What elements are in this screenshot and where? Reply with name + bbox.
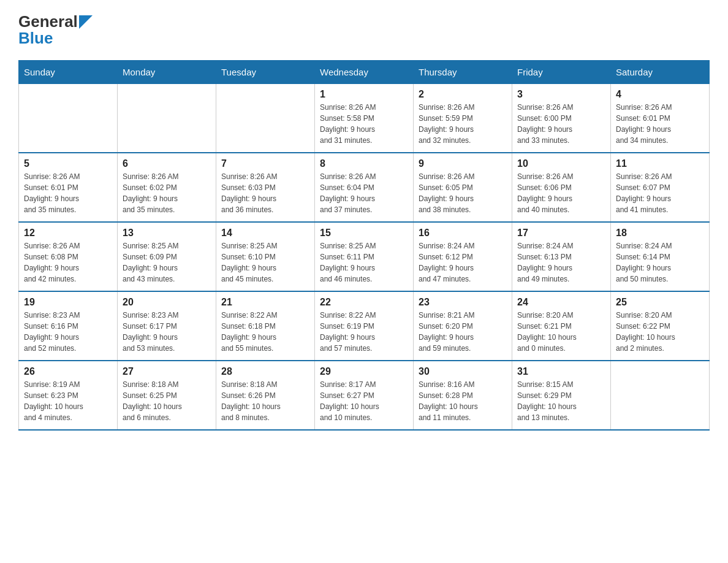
- day-info: Sunrise: 8:18 AM Sunset: 6:25 PM Dayligh…: [123, 379, 211, 423]
- day-number: 31: [517, 366, 605, 377]
- calendar-day-cell: 7Sunrise: 8:26 AM Sunset: 6:03 PM Daylig…: [216, 153, 315, 222]
- calendar-day-cell: 29Sunrise: 8:17 AM Sunset: 6:27 PM Dayli…: [315, 361, 414, 430]
- day-info: Sunrise: 8:20 AM Sunset: 6:22 PM Dayligh…: [616, 310, 704, 354]
- weekday-header-row: SundayMondayTuesdayWednesdayThursdayFrid…: [19, 61, 710, 84]
- calendar-day-cell: 1Sunrise: 8:26 AM Sunset: 5:58 PM Daylig…: [315, 84, 414, 153]
- day-number: 17: [517, 228, 605, 239]
- day-number: 2: [419, 89, 507, 100]
- calendar-day-cell: 2Sunrise: 8:26 AM Sunset: 5:59 PM Daylig…: [414, 84, 512, 153]
- calendar-week-row: 12Sunrise: 8:26 AM Sunset: 6:08 PM Dayli…: [19, 222, 710, 291]
- calendar-day-cell: 25Sunrise: 8:20 AM Sunset: 6:22 PM Dayli…: [611, 291, 710, 361]
- calendar-day-cell: 8Sunrise: 8:26 AM Sunset: 6:04 PM Daylig…: [315, 153, 414, 222]
- day-number: 26: [24, 366, 112, 377]
- calendar-day-cell: [19, 84, 118, 153]
- day-number: 3: [517, 89, 605, 100]
- weekday-header-sunday: Sunday: [19, 61, 118, 84]
- day-info: Sunrise: 8:26 AM Sunset: 6:07 PM Dayligh…: [616, 171, 704, 215]
- day-number: 4: [616, 89, 704, 100]
- day-info: Sunrise: 8:26 AM Sunset: 6:02 PM Dayligh…: [123, 171, 211, 215]
- day-info: Sunrise: 8:24 AM Sunset: 6:13 PM Dayligh…: [517, 240, 605, 285]
- calendar-day-cell: 5Sunrise: 8:26 AM Sunset: 6:01 PM Daylig…: [19, 153, 118, 222]
- calendar-week-row: 26Sunrise: 8:19 AM Sunset: 6:23 PM Dayli…: [19, 361, 710, 430]
- day-number: 22: [320, 297, 408, 308]
- calendar-day-cell: 30Sunrise: 8:16 AM Sunset: 6:28 PM Dayli…: [414, 361, 512, 430]
- calendar-day-cell: 27Sunrise: 8:18 AM Sunset: 6:25 PM Dayli…: [118, 361, 216, 430]
- day-number: 12: [24, 228, 112, 239]
- day-number: 8: [320, 158, 408, 169]
- day-info: Sunrise: 8:21 AM Sunset: 6:20 PM Dayligh…: [419, 310, 507, 354]
- day-number: 24: [517, 297, 605, 308]
- calendar-day-cell: 20Sunrise: 8:23 AM Sunset: 6:17 PM Dayli…: [118, 291, 216, 361]
- calendar-day-cell: 16Sunrise: 8:24 AM Sunset: 6:12 PM Dayli…: [414, 222, 512, 291]
- calendar-day-cell: 26Sunrise: 8:19 AM Sunset: 6:23 PM Dayli…: [19, 361, 118, 430]
- weekday-header-thursday: Thursday: [414, 61, 512, 84]
- logo-triangle-icon: [79, 15, 93, 29]
- day-info: Sunrise: 8:25 AM Sunset: 6:10 PM Dayligh…: [221, 240, 309, 285]
- calendar-table: SundayMondayTuesdayWednesdayThursdayFrid…: [18, 60, 710, 431]
- day-info: Sunrise: 8:15 AM Sunset: 6:29 PM Dayligh…: [517, 379, 605, 423]
- calendar-day-cell: 23Sunrise: 8:21 AM Sunset: 6:20 PM Dayli…: [414, 291, 512, 361]
- calendar-day-cell: 31Sunrise: 8:15 AM Sunset: 6:29 PM Dayli…: [512, 361, 611, 430]
- calendar-day-cell: 13Sunrise: 8:25 AM Sunset: 6:09 PM Dayli…: [118, 222, 216, 291]
- weekday-header-friday: Friday: [512, 61, 611, 84]
- calendar-body: 1Sunrise: 8:26 AM Sunset: 5:58 PM Daylig…: [19, 84, 710, 431]
- day-number: 18: [616, 228, 704, 239]
- day-info: Sunrise: 8:22 AM Sunset: 6:19 PM Dayligh…: [320, 310, 408, 354]
- day-number: 30: [419, 366, 507, 377]
- day-info: Sunrise: 8:26 AM Sunset: 6:08 PM Dayligh…: [24, 240, 112, 285]
- day-info: Sunrise: 8:16 AM Sunset: 6:28 PM Dayligh…: [419, 379, 507, 423]
- day-number: 5: [24, 158, 112, 169]
- calendar-day-cell: 12Sunrise: 8:26 AM Sunset: 6:08 PM Dayli…: [19, 222, 118, 291]
- day-number: 29: [320, 366, 408, 377]
- day-number: 10: [517, 158, 605, 169]
- page-header: General Blue: [18, 12, 710, 48]
- day-number: 1: [320, 89, 408, 100]
- day-info: Sunrise: 8:26 AM Sunset: 6:00 PM Dayligh…: [517, 102, 605, 146]
- logo-blue-text: Blue: [18, 29, 53, 48]
- day-number: 28: [221, 366, 309, 377]
- calendar-day-cell: 15Sunrise: 8:25 AM Sunset: 6:11 PM Dayli…: [315, 222, 414, 291]
- day-number: 23: [419, 297, 507, 308]
- weekday-header-monday: Monday: [118, 61, 216, 84]
- day-number: 6: [123, 158, 211, 169]
- day-info: Sunrise: 8:26 AM Sunset: 6:03 PM Dayligh…: [221, 171, 309, 215]
- day-number: 25: [616, 297, 704, 308]
- day-info: Sunrise: 8:26 AM Sunset: 5:59 PM Dayligh…: [419, 102, 507, 146]
- calendar-day-cell: 3Sunrise: 8:26 AM Sunset: 6:00 PM Daylig…: [512, 84, 611, 153]
- calendar-day-cell: 19Sunrise: 8:23 AM Sunset: 6:16 PM Dayli…: [19, 291, 118, 361]
- day-number: 13: [123, 228, 211, 239]
- logo-container: General Blue: [18, 12, 93, 48]
- calendar-day-cell: 21Sunrise: 8:22 AM Sunset: 6:18 PM Dayli…: [216, 291, 315, 361]
- day-number: 20: [123, 297, 211, 308]
- day-info: Sunrise: 8:26 AM Sunset: 6:06 PM Dayligh…: [517, 171, 605, 215]
- day-info: Sunrise: 8:18 AM Sunset: 6:26 PM Dayligh…: [221, 379, 309, 423]
- day-info: Sunrise: 8:26 AM Sunset: 5:58 PM Dayligh…: [320, 102, 408, 146]
- day-info: Sunrise: 8:26 AM Sunset: 6:01 PM Dayligh…: [616, 102, 704, 146]
- day-info: Sunrise: 8:26 AM Sunset: 6:04 PM Dayligh…: [320, 171, 408, 215]
- day-info: Sunrise: 8:19 AM Sunset: 6:23 PM Dayligh…: [24, 379, 112, 423]
- calendar-day-cell: 17Sunrise: 8:24 AM Sunset: 6:13 PM Dayli…: [512, 222, 611, 291]
- day-number: 9: [419, 158, 507, 169]
- day-number: 14: [221, 228, 309, 239]
- day-number: 15: [320, 228, 408, 239]
- calendar-week-row: 5Sunrise: 8:26 AM Sunset: 6:01 PM Daylig…: [19, 153, 710, 222]
- weekday-header-tuesday: Tuesday: [216, 61, 315, 84]
- calendar-day-cell: 4Sunrise: 8:26 AM Sunset: 6:01 PM Daylig…: [611, 84, 710, 153]
- calendar-day-cell: 10Sunrise: 8:26 AM Sunset: 6:06 PM Dayli…: [512, 153, 611, 222]
- calendar-week-row: 19Sunrise: 8:23 AM Sunset: 6:16 PM Dayli…: [19, 291, 710, 361]
- day-number: 16: [419, 228, 507, 239]
- day-number: 21: [221, 297, 309, 308]
- calendar-day-cell: 6Sunrise: 8:26 AM Sunset: 6:02 PM Daylig…: [118, 153, 216, 222]
- calendar-day-cell: 28Sunrise: 8:18 AM Sunset: 6:26 PM Dayli…: [216, 361, 315, 430]
- calendar-week-row: 1Sunrise: 8:26 AM Sunset: 5:58 PM Daylig…: [19, 84, 710, 153]
- day-info: Sunrise: 8:25 AM Sunset: 6:11 PM Dayligh…: [320, 240, 408, 285]
- day-number: 27: [123, 366, 211, 377]
- calendar-day-cell: 14Sunrise: 8:25 AM Sunset: 6:10 PM Dayli…: [216, 222, 315, 291]
- day-number: 19: [24, 297, 112, 308]
- calendar-day-cell: 18Sunrise: 8:24 AM Sunset: 6:14 PM Dayli…: [611, 222, 710, 291]
- calendar-day-cell: [118, 84, 216, 153]
- calendar-day-cell: 11Sunrise: 8:26 AM Sunset: 6:07 PM Dayli…: [611, 153, 710, 222]
- svg-marker-0: [79, 15, 93, 29]
- weekday-header-wednesday: Wednesday: [315, 61, 414, 84]
- day-info: Sunrise: 8:24 AM Sunset: 6:14 PM Dayligh…: [616, 240, 704, 285]
